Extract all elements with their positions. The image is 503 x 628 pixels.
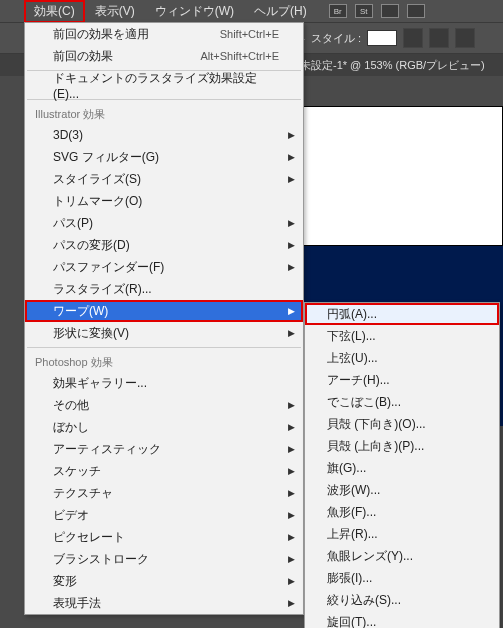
- style-swatch[interactable]: [367, 30, 397, 46]
- chevron-right-icon: ▶: [288, 532, 295, 542]
- menu-view[interactable]: 表示(V): [85, 0, 145, 23]
- menu-pixelate[interactable]: ピクセレート▶: [25, 526, 303, 548]
- menu-rasterize[interactable]: ラスタライズ(R)...: [25, 278, 303, 300]
- effect-menu: 前回の効果を適用 Shift+Ctrl+E 前回の効果 Alt+Shift+Ct…: [24, 22, 304, 615]
- menu-pathfinder[interactable]: パスファインダー(F)▶: [25, 256, 303, 278]
- chevron-right-icon: ▶: [288, 240, 295, 250]
- arrange-icon[interactable]: [381, 4, 399, 18]
- menu-convert-to-shape[interactable]: 形状に変換(V)▶: [25, 322, 303, 344]
- chevron-right-icon: ▶: [288, 422, 295, 432]
- warp-arc-upper[interactable]: 上弦(U)...: [305, 347, 499, 369]
- warp-bulge[interactable]: でこぼこ(B)...: [305, 391, 499, 413]
- warp-arc[interactable]: 円弧(A)...: [305, 303, 499, 325]
- menu-effect[interactable]: 効果(C): [24, 0, 85, 23]
- section-header-illustrator: Illustrator 効果: [25, 103, 303, 124]
- menu-apply-last-effect[interactable]: 前回の効果を適用 Shift+Ctrl+E: [25, 23, 303, 45]
- menu-help[interactable]: ヘルプ(H): [244, 0, 317, 23]
- menu-path[interactable]: パス(P)▶: [25, 212, 303, 234]
- chevron-right-icon: ▶: [288, 400, 295, 410]
- chevron-right-icon: ▶: [288, 218, 295, 228]
- warp-arch[interactable]: アーチ(H)...: [305, 369, 499, 391]
- chevron-right-icon: ▶: [288, 444, 295, 454]
- warp-twist[interactable]: 旋回(T)...: [305, 611, 499, 628]
- chevron-right-icon: ▶: [288, 174, 295, 184]
- menu-3d[interactable]: 3D(3)▶: [25, 124, 303, 146]
- chevron-right-icon: ▶: [288, 510, 295, 520]
- toolbar-button-1[interactable]: [403, 28, 423, 48]
- chevron-right-icon: ▶: [288, 466, 295, 476]
- warp-wave[interactable]: 波形(W)...: [305, 479, 499, 501]
- warp-rise[interactable]: 上昇(R)...: [305, 523, 499, 545]
- screen-icon[interactable]: [407, 4, 425, 18]
- toolbar-button-3[interactable]: [455, 28, 475, 48]
- menu-other[interactable]: その他▶: [25, 394, 303, 416]
- chevron-right-icon: ▶: [288, 262, 295, 272]
- shortcut-text: Alt+Shift+Ctrl+E: [200, 50, 279, 62]
- chevron-right-icon: ▶: [288, 306, 295, 316]
- menu-video[interactable]: ビデオ▶: [25, 504, 303, 526]
- chevron-right-icon: ▶: [288, 598, 295, 608]
- chevron-right-icon: ▶: [288, 152, 295, 162]
- menu-svg-filter[interactable]: SVG フィルター(G)▶: [25, 146, 303, 168]
- warp-inflate[interactable]: 膨張(I)...: [305, 567, 499, 589]
- chevron-right-icon: ▶: [288, 328, 295, 338]
- menu-last-effect[interactable]: 前回の効果 Alt+Shift+Ctrl+E: [25, 45, 303, 67]
- artboard[interactable]: [300, 106, 503, 246]
- warp-fisheye[interactable]: 魚眼レンズ(Y)...: [305, 545, 499, 567]
- menu-stylize-ps[interactable]: 表現手法▶: [25, 592, 303, 614]
- warp-flag[interactable]: 旗(G)...: [305, 457, 499, 479]
- menu-rasterize-settings[interactable]: ドキュメントのラスタライズ効果設定(E)...: [25, 74, 303, 96]
- menu-effect-gallery[interactable]: 効果ギャラリー...: [25, 372, 303, 394]
- chevron-right-icon: ▶: [288, 130, 295, 140]
- menu-brush-strokes[interactable]: ブラシストローク▶: [25, 548, 303, 570]
- menu-distort-transform[interactable]: パスの変形(D)▶: [25, 234, 303, 256]
- menu-stylize[interactable]: スタイライズ(S)▶: [25, 168, 303, 190]
- warp-squeeze[interactable]: 絞り込み(S)...: [305, 589, 499, 611]
- bridge-icon[interactable]: Br: [329, 4, 347, 18]
- stock-icon[interactable]: St: [355, 4, 373, 18]
- toolbar-button-2[interactable]: [429, 28, 449, 48]
- warp-submenu: 円弧(A)... 下弦(L)... 上弦(U)... アーチ(H)... でこぼ…: [304, 302, 500, 628]
- menu-blur[interactable]: ぼかし▶: [25, 416, 303, 438]
- menu-texture[interactable]: テクスチャ▶: [25, 482, 303, 504]
- warp-arc-lower[interactable]: 下弦(L)...: [305, 325, 499, 347]
- separator: [27, 347, 301, 348]
- menu-warp[interactable]: ワープ(W)▶: [25, 300, 303, 322]
- chevron-right-icon: ▶: [288, 576, 295, 586]
- menu-distort[interactable]: 変形▶: [25, 570, 303, 592]
- section-header-photoshop: Photoshop 効果: [25, 351, 303, 372]
- warp-shell-upper[interactable]: 貝殻 (上向き)(P)...: [305, 435, 499, 457]
- chevron-right-icon: ▶: [288, 554, 295, 564]
- menu-artistic[interactable]: アーティスティック▶: [25, 438, 303, 460]
- menu-trim-marks[interactable]: トリムマーク(O): [25, 190, 303, 212]
- shortcut-text: Shift+Ctrl+E: [220, 28, 279, 40]
- menu-sketch[interactable]: スケッチ▶: [25, 460, 303, 482]
- style-label: スタイル :: [311, 31, 361, 46]
- chevron-right-icon: ▶: [288, 488, 295, 498]
- menubar: 効果(C) 表示(V) ウィンドウ(W) ヘルプ(H) Br St: [0, 0, 503, 22]
- document-tab[interactable]: 未設定-1* @ 153% (RGB/プレビュー): [300, 58, 485, 73]
- warp-shell-lower[interactable]: 貝殻 (下向き)(O)...: [305, 413, 499, 435]
- menu-window[interactable]: ウィンドウ(W): [145, 0, 244, 23]
- warp-fish[interactable]: 魚形(F)...: [305, 501, 499, 523]
